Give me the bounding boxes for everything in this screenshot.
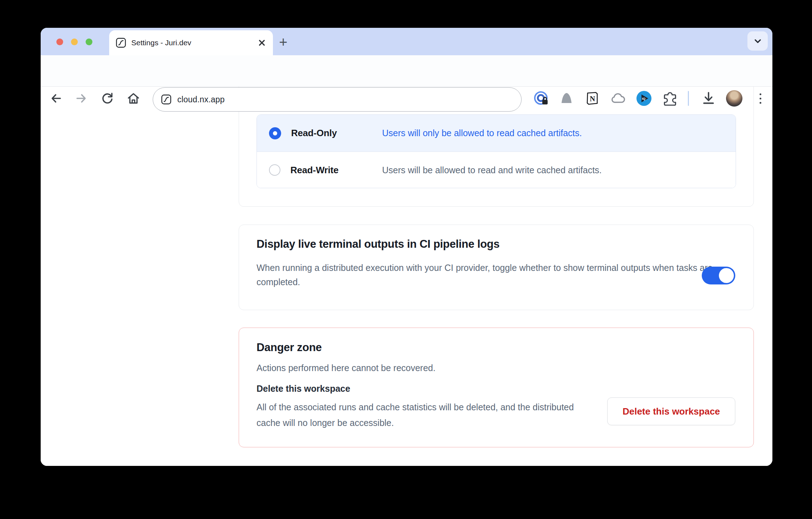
- url-text: cloud.nx.app: [177, 95, 225, 104]
- desktop-background: Settings - Juri.dev +: [0, 0, 812, 519]
- svg-text:N: N: [590, 94, 595, 103]
- svg-text:IQ: IQ: [642, 97, 646, 101]
- delete-workspace-description: All of the associated runs and cache sta…: [257, 399, 592, 431]
- extensions-puzzle-icon[interactable]: [662, 90, 678, 107]
- home-icon: [126, 91, 141, 106]
- reload-icon: [100, 91, 115, 106]
- kebab-dot: [760, 102, 761, 104]
- zoom-window-button[interactable]: [86, 38, 92, 45]
- tab-close-icon[interactable]: [257, 38, 267, 47]
- radio-selected-icon[interactable]: [269, 127, 281, 139]
- tab-strip: Settings - Juri.dev +: [41, 28, 772, 55]
- browser-toolbar: cloud.nx.app N: [41, 55, 772, 87]
- download-icon: [700, 90, 717, 107]
- tab-list-chevron-button[interactable]: [747, 31, 768, 51]
- 1password-icon[interactable]: [533, 90, 549, 107]
- minimize-window-button[interactable]: [71, 38, 78, 45]
- terminal-outputs-toggle[interactable]: [702, 267, 735, 284]
- danger-zone-card: Danger zone Actions performed here canno…: [239, 328, 754, 447]
- page-content: token?Learn more. Read-Only Users will o…: [41, 87, 772, 466]
- address-bar[interactable]: cloud.nx.app: [153, 87, 522, 112]
- browser-menu-button[interactable]: [756, 91, 764, 106]
- toolbar-divider: [688, 91, 689, 106]
- site-nx-cloud-icon: [161, 94, 172, 105]
- delete-workspace-label: Delete this workspace: [257, 384, 350, 394]
- profile-avatar[interactable]: [726, 90, 742, 107]
- read-write-option[interactable]: Read-Write Users will be allowed to read…: [257, 152, 736, 188]
- forward-arrow-icon: [73, 91, 89, 106]
- terminal-outputs-title: Display live terminal outputs in CI pipe…: [257, 238, 499, 251]
- home-button[interactable]: [125, 90, 142, 107]
- browser-tab-settings[interactable]: Settings - Juri.dev: [109, 30, 273, 55]
- cloud-sync-icon[interactable]: [610, 90, 626, 107]
- back-button[interactable]: [47, 90, 65, 107]
- back-arrow-icon: [48, 91, 64, 106]
- iq-play-icon[interactable]: IQ: [636, 90, 652, 107]
- downloads-button[interactable]: [700, 90, 717, 107]
- delete-workspace-button[interactable]: Delete this workspace: [607, 397, 735, 425]
- browser-window: Settings - Juri.dev +: [41, 28, 772, 466]
- kebab-dot: [760, 93, 761, 95]
- reload-button[interactable]: [99, 90, 116, 107]
- arc-browser-icon[interactable]: [558, 90, 575, 107]
- read-only-option[interactable]: Read-Only Users will only be allowed to …: [257, 115, 736, 152]
- notion-icon[interactable]: N: [584, 90, 600, 107]
- access-scope-radio-group: Read-Only Users will only be allowed to …: [257, 114, 736, 188]
- radio-unselected-icon[interactable]: [269, 164, 280, 176]
- kebab-dot: [760, 98, 761, 99]
- read-only-label: Read-Only: [291, 128, 337, 139]
- chevron-down-icon: [753, 36, 762, 46]
- danger-zone-title: Danger zone: [257, 341, 322, 354]
- terminal-outputs-description: When running a distributed execution wit…: [257, 261, 713, 289]
- terminal-outputs-card: Display live terminal outputs in CI pipe…: [239, 225, 754, 310]
- tab-title: Settings - Juri.dev: [131, 38, 254, 47]
- read-write-description: Users will be allowed to read and write …: [382, 165, 602, 175]
- forward-button[interactable]: [73, 90, 90, 107]
- close-window-button[interactable]: [56, 38, 63, 45]
- toggle-knob: [719, 268, 734, 283]
- danger-zone-subtitle: Actions performed here cannot be recover…: [257, 363, 436, 373]
- new-tab-button[interactable]: +: [275, 34, 291, 50]
- window-controls: [56, 38, 92, 45]
- read-write-label: Read-Write: [290, 165, 339, 176]
- nx-cloud-favicon: [116, 37, 126, 48]
- read-only-description: Users will only be allowed to read cache…: [382, 128, 582, 138]
